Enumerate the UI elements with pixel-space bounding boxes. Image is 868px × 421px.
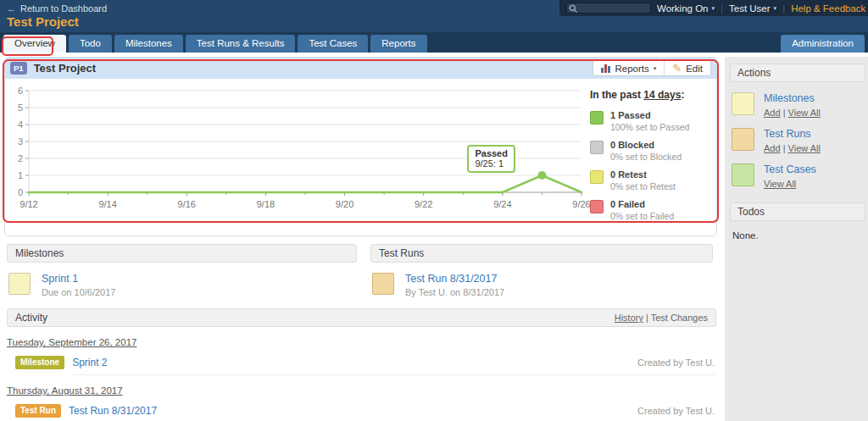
tab-overview[interactable]: Overview [3,35,66,53]
separator: | [783,143,786,153]
milestone-due: Due on 10/6/2017 [42,287,115,297]
sidebar-item-test-cases: Test Cases View All [732,163,865,189]
separator: | [646,313,648,323]
project-overview-panel: P1 Test Project Reports ▾ ✎ Edit 012 [4,57,717,236]
svg-text:9/26: 9/26 [572,199,590,209]
passed-swatch [590,111,604,125]
page-title: Test Project [7,14,79,29]
failed-swatch [590,200,604,213]
separator: | [783,108,786,118]
chart-container: 01234569/129/149/169/189/209/229/249/26 … [7,84,590,213]
test-runs-section: Test Runs Test Run 8/31/2017 By Test U. … [370,244,713,297]
past-days-link[interactable]: 14 days [643,89,681,101]
working-on-dropdown[interactable]: Working On ▾ [657,3,715,14]
test-runs-link[interactable]: Test Runs [764,128,821,140]
search-icon [569,4,578,14]
svg-text:9/12: 9/12 [19,199,37,209]
test-runs-add-link[interactable]: Add [764,143,781,153]
svg-text:4: 4 [18,119,23,130]
legend-entry-retest: 0 Retest 0% set to Retest [590,169,713,191]
activity-date-heading[interactable]: Tuesday, September 26, 2017 [7,337,136,347]
legend-title: In the past 14 days: [590,89,713,101]
history-link[interactable]: History [615,313,643,323]
separator: | [721,3,723,14]
svg-text:9/14: 9/14 [98,199,116,209]
activity-group: Tuesday, September 26, 2017 Milestone Sp… [7,327,716,375]
activity-item-meta: Created by Test U. [637,357,715,368]
svg-text:9/20: 9/20 [336,199,353,209]
test-run-icon [732,128,754,151]
milestones-view-all-link[interactable]: View All [788,108,821,118]
activity-row: Milestone Sprint 2 Created by Test U. [7,356,716,375]
sidebar-item-test-runs: Test Runs Add | View All [732,128,865,153]
test-changes-link[interactable]: Test Changes [651,313,708,323]
tab-administration[interactable]: Administration [781,35,865,53]
main-column: P1 Test Project Reports ▾ ✎ Edit 012 [0,57,720,421]
tab-todo[interactable]: Todo [69,35,112,53]
svg-text:9/24: 9/24 [493,199,511,209]
test-run-link[interactable]: Test Run 8/31/2017 [405,273,504,285]
top-bar: ←Return to Dashboard Test Project Workin… [0,0,868,32]
test-runs-view-all-link[interactable]: View All [788,143,821,153]
svg-text:6: 6 [18,86,23,96]
test-cases-view-all-link[interactable]: View All [764,179,796,189]
project-badge: P1 [10,62,27,75]
activity-row: Test Run Test Run 8/31/2017 Created by T… [7,404,716,421]
back-link-label: Return to Dashboard [20,3,107,14]
chart-tooltip: Passed 9/25: 1 [467,145,515,173]
svg-text:5: 5 [18,102,23,113]
activity-item-link[interactable]: Sprint 2 [72,357,107,368]
bar-chart-icon [601,64,610,73]
svg-text:1: 1 [18,170,23,180]
activity-group: Thursday, August 31, 2017 Test Run Test … [7,375,716,421]
milestones-link[interactable]: Milestones [764,92,821,104]
test-runs-section-header: Test Runs [370,244,713,263]
milestones-section: Milestones Sprint 1 Due on 10/6/2017 [7,244,357,297]
tab-reports[interactable]: Reports [370,35,426,53]
search-box [566,3,651,14]
test-cases-link[interactable]: Test Cases [764,163,816,175]
milestone-badge: Milestone [15,356,64,369]
milestone-list-item: Sprint 1 Due on 10/6/2017 [8,273,357,297]
back-arrow-icon: ← [7,3,16,14]
svg-text:9/22: 9/22 [415,199,432,209]
svg-text:2: 2 [18,153,23,163]
retest-swatch [590,170,604,184]
chevron-down-icon: ▾ [712,5,715,12]
chevron-down-icon: ▾ [654,65,657,72]
activity-section: Activity History | Test Changes Tuesday,… [7,308,716,421]
test-run-by: By Test U. on 8/31/2017 [405,287,504,297]
tab-test-cases[interactable]: Test Cases [298,35,368,53]
utility-bar: Working On ▾ | Test User ▾ | Help & Feed… [559,0,868,16]
tab-test-runs-results[interactable]: Test Runs & Results [186,35,296,53]
tab-milestones[interactable]: Milestones [114,35,183,53]
right-sidebar: Actions Milestones Add | View All Test R… [725,57,868,421]
user-menu-dropdown[interactable]: Test User ▾ [729,3,776,14]
return-to-dashboard-link[interactable]: ←Return to Dashboard [7,3,107,14]
milestone-link[interactable]: Sprint 1 [42,273,115,285]
panel-title: Test Project [34,62,96,75]
milestones-add-link[interactable]: Add [764,108,781,118]
chart-legend: In the past 14 days: 1 Passed 100% set t… [590,84,713,229]
todos-empty-text: None. [732,230,865,241]
todos-header: Todos [730,202,865,221]
milestone-icon [8,273,31,295]
search-input[interactable] [566,3,651,14]
activity-item-meta: Created by Test U. [637,406,715,416]
actions-header: Actions [730,64,865,82]
sidebar-item-milestones: Milestones Add | View All [732,92,865,118]
reports-dropdown-button[interactable]: Reports ▾ [593,61,664,75]
legend-entry-blocked: 0 Blocked 0% set to Blocked [590,140,713,162]
legend-entry-passed: 1 Passed 100% set to Passed [590,110,713,132]
help-feedback-dropdown[interactable]: Help & Feedback ▾ [791,3,868,14]
summary-columns: Milestones Sprint 1 Due on 10/6/2017 Tes… [7,244,716,297]
activity-date-heading[interactable]: Thursday, August 31, 2017 [7,385,123,396]
svg-text:0: 0 [18,187,23,197]
test-run-badge: Test Run [15,404,61,418]
panel-buttons: Reports ▾ ✎ Edit [593,60,711,76]
panel-body: 01234569/129/149/169/189/209/229/249/26 … [5,79,716,235]
edit-button[interactable]: ✎ Edit [664,61,710,75]
test-run-list-item: Test Run 8/31/2017 By Test U. on 8/31/20… [372,273,713,297]
tab-bar: Overview Todo Milestones Test Runs & Res… [0,32,868,53]
activity-item-link[interactable]: Test Run 8/31/2017 [69,405,157,417]
